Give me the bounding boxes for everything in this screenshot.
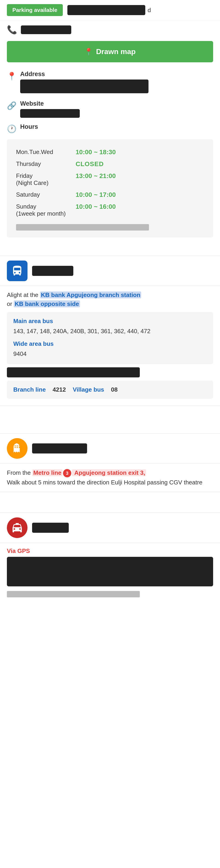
parking-bar: Parking available d bbox=[0, 0, 220, 21]
hours-row-friday: Friday(Night Care) 13:00 ~ 21:00 bbox=[16, 170, 204, 189]
hours-day-thursday: Thursday bbox=[16, 160, 75, 167]
metro-line-badge: 3 bbox=[63, 469, 71, 477]
branch-line-number: 4212 bbox=[53, 386, 66, 393]
alight-highlight-2: KB bank opposite side bbox=[14, 301, 80, 307]
also-row-blurred bbox=[7, 367, 140, 377]
main-area-bus-numbers: 143, 147, 148, 240A, 240B, 301, 361, 362… bbox=[13, 327, 207, 336]
address-icon: 📍 bbox=[7, 71, 17, 81]
metro-walk-text: Walk about 5 mins toward the direction E… bbox=[7, 479, 202, 486]
parking-badge: Parking available bbox=[7, 4, 63, 16]
metro-section-header bbox=[0, 433, 220, 464]
taxi-section-header bbox=[0, 513, 220, 543]
metro-station-text: Apgujeong station exit 3, bbox=[72, 469, 146, 476]
taxi-address-line1: IRL Building 6th floor, 816 Nonhyeon-ro, bbox=[12, 561, 208, 571]
hours-row-montuewed: Mon.Tue.Wed 10:00 ~ 18:30 bbox=[16, 146, 204, 158]
metro-icon bbox=[11, 442, 23, 455]
hours-time-montuewed: 10:00 ~ 18:30 bbox=[75, 149, 116, 156]
taxi-address-blurred: IRL Building 6th floor, 816 Nonhyeon-ro,… bbox=[7, 557, 213, 586]
bus-icon bbox=[11, 265, 23, 277]
wide-area-bus-numbers: 9404 bbox=[13, 349, 207, 359]
hours-time-sunday: 10:00 ~ 16:00 bbox=[75, 203, 116, 210]
alight-mid: or bbox=[7, 301, 14, 307]
village-bus-label: Village bus bbox=[73, 386, 104, 393]
bus-info-block: Alight at the KB bank Apgujeong branch s… bbox=[0, 286, 220, 406]
bus-section-header bbox=[0, 256, 220, 286]
metro-from-text: From the bbox=[7, 469, 32, 476]
hours-day-friday: Friday(Night Care) bbox=[16, 172, 75, 187]
phone-icon: 📞 bbox=[7, 25, 17, 35]
alight-pre: Alight at the bbox=[7, 291, 40, 298]
website-icon: 🔗 bbox=[7, 101, 17, 110]
hours-time-friday: 13:00 ~ 21:00 bbox=[75, 172, 116, 180]
website-content: Website bbox=[20, 100, 213, 118]
metro-icon-circle bbox=[7, 438, 28, 459]
map-pin-icon: 📍 bbox=[84, 48, 93, 56]
website-value-blurred bbox=[20, 109, 80, 118]
page-wrapper: Parking available d 📞 📍 Drawn map 📍 Addr… bbox=[0, 0, 220, 602]
hours-time-thursday: CLOSED bbox=[75, 160, 104, 168]
hours-footnote-blurred bbox=[16, 224, 149, 230]
village-bus-number: 08 bbox=[111, 386, 118, 393]
hours-icon: 🕐 bbox=[7, 124, 17, 133]
parking-info-blurred bbox=[67, 5, 145, 15]
hours-label-content: Hours bbox=[20, 123, 213, 132]
taxi-section: Via GPS IRL Building 6th floor, 816 Nonh… bbox=[0, 513, 220, 602]
phone-number-blurred bbox=[21, 25, 71, 34]
drawn-map-label: Drawn map bbox=[96, 48, 135, 56]
main-area-bus-block: Main area bus 143, 147, 148, 240A, 240B,… bbox=[7, 312, 213, 364]
branch-line-label: Branch line bbox=[13, 386, 46, 393]
phone-row: 📞 bbox=[0, 21, 220, 37]
drawn-map-button[interactable]: 📍 Drawn map bbox=[7, 41, 213, 62]
alight-highlight-1: KB bank Apgujeong branch station bbox=[40, 291, 142, 298]
hours-time-saturday: 10:00 ~ 17:00 bbox=[75, 191, 116, 198]
address-content: Address bbox=[20, 70, 213, 95]
hours-row-sunday: Sunday(1week per month) 10:00 ~ 16:00 bbox=[16, 201, 204, 219]
hours-day-sunday: Sunday(1week per month) bbox=[16, 203, 75, 217]
website-row: 🔗 Website bbox=[0, 96, 220, 119]
taxi-via-label: Via GPS bbox=[7, 548, 213, 555]
branch-village-row: Branch line 4212 Village bus 08 bbox=[7, 381, 213, 399]
metro-line-highlight: Metro line bbox=[32, 469, 62, 476]
hours-day-montuewed: Mon.Tue.Wed bbox=[16, 149, 75, 156]
taxi-address-line2: Gangnam-gu, Seoul (Sinsa-dong 590) bbox=[12, 572, 208, 582]
taxi-title-blurred bbox=[32, 523, 69, 533]
metro-info-block: From the Metro line3 Apgujeong station e… bbox=[0, 464, 220, 492]
website-label: Website bbox=[20, 100, 213, 107]
hours-section: Mon.Tue.Wed 10:00 ~ 18:30 Thursday CLOSE… bbox=[7, 139, 213, 238]
hours-row-saturday: Saturday 10:00 ~ 17:00 bbox=[16, 189, 204, 201]
taxi-info-block: Via GPS IRL Building 6th floor, 816 Nonh… bbox=[0, 543, 220, 602]
taxi-icon-circle bbox=[7, 518, 28, 538]
wide-area-bus-label: Wide area bus bbox=[13, 340, 207, 347]
metro-title-blurred bbox=[32, 443, 87, 454]
hours-label: Hours bbox=[20, 123, 213, 130]
address-value-blurred bbox=[20, 80, 149, 93]
address-label: Address bbox=[20, 70, 213, 78]
taxi-footnote-blurred bbox=[7, 591, 140, 597]
hours-row-thursday: Thursday CLOSED bbox=[16, 158, 204, 170]
metro-directions-text: From the Metro line3 Apgujeong station e… bbox=[7, 468, 213, 487]
bus-section: Alight at the KB bank Apgujeong branch s… bbox=[0, 256, 220, 406]
bus-title-blurred bbox=[32, 266, 73, 276]
hours-label-row: 🕐 Hours bbox=[0, 119, 220, 135]
parking-extra: d bbox=[148, 7, 151, 14]
hours-day-saturday: Saturday bbox=[16, 191, 75, 198]
taxi-icon bbox=[11, 522, 23, 534]
main-area-bus-label: Main area bus bbox=[13, 318, 207, 325]
address-row: 📍 Address bbox=[0, 66, 220, 96]
bus-icon-circle bbox=[7, 260, 28, 281]
alight-text: Alight at the KB bank Apgujeong branch s… bbox=[7, 290, 213, 308]
metro-section: From the Metro line3 Apgujeong station e… bbox=[0, 433, 220, 492]
